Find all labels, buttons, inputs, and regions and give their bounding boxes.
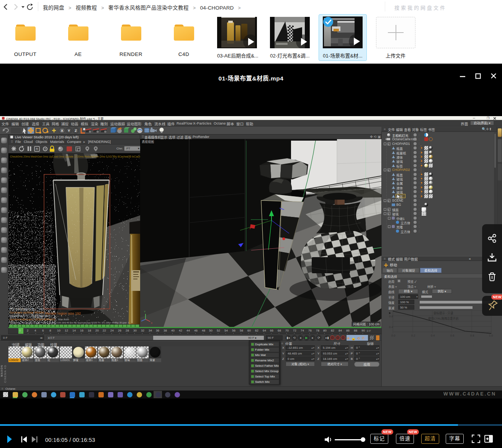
svg-text:R: R [36,147,38,151]
svg-text:0.2: 0.2 [411,334,415,337]
svg-text:0.8: 0.8 [389,315,393,318]
svg-text:%100: %100 [38,308,45,310]
svg-text:Grey8/16: 0/0: Grey8/16: 0/0 [10,315,25,318]
svg-text:Max Anim: Max Anim [58,318,69,321]
svg-text:X: X [151,322,152,324]
svg-text:0.4: 0.4 [389,325,393,329]
svg-text:Y: Y [68,129,70,133]
svg-text:Check0ms 20ms MeshGen 0ms UpLo: Check0ms 20ms MeshGen 0ms UpLoad 0ms Upd… [10,155,140,158]
svg-text:Rendering: 6% Ms/sec: 2.302: Rendering: 6% Ms/sec: 2.302 Time: 0:45 E… [10,322,129,324]
svg-text:Rgb32/64: 4/1: Rgb32/64: 4/1 [32,315,48,318]
svg-text:0.6: 0.6 [450,334,454,337]
svg-text:X: X [61,129,63,133]
svg-text:使用CTRL拖拽总是开启: 使用CTRL拖拽总是开启 [428,317,459,320]
svg-text:网格间距 : 100 cm: 网格间距 : 100 cm [353,322,379,326]
svg-text:Y: Y [144,310,146,313]
svg-text:Render region size 192: Render region size 192 [45,312,81,315]
svg-text:0.8: 0.8 [470,334,474,337]
svg-text:Out-of-core used/max 0Kb/4Gb: Out-of-core used/max 0Kb/4Gb [10,311,44,314]
svg-text:Used/free/total vram 1.31Gb/4.: Used/free/total vram 1.31Gb/4.66Gb/8Gb [10,318,55,321]
svg-text:Z: Z [75,129,77,133]
svg-text:鼠标提示 - 只读: 鼠标提示 - 只读 [433,311,453,315]
svg-text:1.0: 1.0 [489,334,493,337]
svg-text:透视视图: 透视视图 [142,140,154,144]
svg-text:RTX 2080(0000:07:00): RTX 2080(0000:07:00) [10,308,35,311]
svg-text:0.4: 0.4 [431,334,435,337]
svg-text:0.0: 0.0 [391,334,395,337]
